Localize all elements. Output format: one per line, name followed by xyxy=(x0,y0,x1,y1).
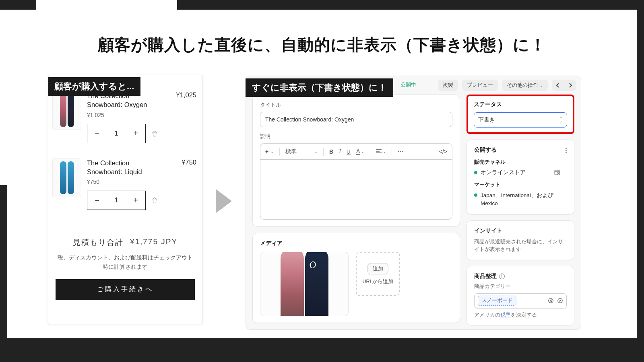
more-actions-button[interactable]: その他の操作⌄ xyxy=(502,80,548,91)
organize-card: 商品整理 i 商品カテゴリー スノーボード xyxy=(466,266,574,325)
media-add-button[interactable]: 追加 xyxy=(367,263,388,274)
cart-item-line-price: ¥750 xyxy=(168,158,196,210)
category-tag: スノーボード xyxy=(478,296,516,306)
qty-decrease-button[interactable]: − xyxy=(87,124,107,143)
ai-button[interactable]: ✦ ⌄ xyxy=(264,148,274,155)
tax-note: 税、ディスカウント、および配送料はチェックアウト時に計算されます xyxy=(56,253,195,272)
trash-icon[interactable] xyxy=(151,130,158,137)
status-badge-live: 公開中 xyxy=(400,81,416,88)
cart-item: The Collection Snowboard: Liquid ¥750 − … xyxy=(48,153,202,213)
description-label: 説明 xyxy=(260,133,452,140)
status-value: 下書き xyxy=(478,116,495,123)
arrow-icon xyxy=(216,189,232,213)
next-product-button[interactable] xyxy=(564,80,576,91)
product-thumb xyxy=(52,158,81,197)
status-label: ステータス xyxy=(474,101,567,108)
tax-note: アメリカの税率を決定する xyxy=(474,312,567,319)
cart-item-unit-price: ¥750 xyxy=(87,179,163,185)
cart-panel: The Collection Snowboard: Oxygen ¥1,025 … xyxy=(48,75,202,324)
chevron-down-icon: ⌄ xyxy=(540,83,543,88)
title-input[interactable] xyxy=(260,112,452,127)
duplicate-button[interactable]: 複製 xyxy=(438,80,458,91)
cart-item-unit-price: ¥1,025 xyxy=(87,112,163,118)
title-card: タイトル 説明 ✦ ⌄ 標準⌄ B I U A ⌄ ⌄ xyxy=(252,95,460,226)
media-add-url-link[interactable]: URLから追加 xyxy=(362,278,393,285)
category-label: 商品カテゴリー xyxy=(474,283,567,290)
description-editor[interactable] xyxy=(260,159,452,220)
insight-heading: インサイト xyxy=(474,227,567,234)
status-select[interactable]: 下書き ⌃⌄ xyxy=(474,112,567,128)
more-tools-button[interactable]: ⋯ xyxy=(398,148,403,155)
admin-panel: 公開中 複製 プレビュー その他の操作⌄ タイトル 説明 ✦ ⌄ xyxy=(246,76,581,330)
admin-badge: すぐに非表示（下書き状態）に！ xyxy=(246,78,393,97)
more-icon[interactable] xyxy=(566,148,567,153)
publish-card: 公開する 販売チャネル オンラインストア マーケット Japan、Interna… xyxy=(466,140,574,215)
quantity-stepper: − 1 + xyxy=(87,191,146,210)
status-card: ステータス 下書き ⌃⌄ xyxy=(466,95,574,134)
rte-toolbar: ✦ ⌄ 標準⌄ B I U A ⌄ ⌄ ⋯ </> xyxy=(260,143,452,159)
channel-name: オンラインストア xyxy=(481,169,526,176)
qty-decrease-button[interactable]: − xyxy=(87,191,107,210)
status-dot-icon xyxy=(474,171,477,174)
category-select[interactable]: スノーボード xyxy=(474,293,567,309)
estimate-amount: ¥1,775 JPY xyxy=(130,237,178,248)
prev-product-button[interactable] xyxy=(552,80,564,91)
select-caret-icon: ⌃⌄ xyxy=(559,117,563,122)
estimate-label: 見積もり合計 xyxy=(73,237,124,248)
info-icon[interactable]: i xyxy=(499,274,505,279)
product-thumb xyxy=(52,91,81,130)
svg-marker-0 xyxy=(216,189,232,213)
code-view-button[interactable]: </> xyxy=(439,148,447,155)
schedule-icon[interactable] xyxy=(554,169,560,175)
insight-text: 商品が最近販売された場合に、インサイトが表示されます xyxy=(474,238,567,253)
quantity-stepper: − 1 + xyxy=(87,124,146,143)
qty-increase-button[interactable]: + xyxy=(126,124,145,143)
media-thumbnail[interactable]: O xyxy=(260,252,349,316)
channels-label: 販売チャネル xyxy=(474,158,567,166)
text-color-button[interactable]: A ⌄ xyxy=(356,148,364,155)
media-label: メディア xyxy=(260,240,452,247)
qty-value: 1 xyxy=(107,124,126,143)
media-card: メディア O 追加 URLから追加 xyxy=(252,233,460,323)
bold-button[interactable]: B xyxy=(329,148,333,155)
markets-label: マーケット xyxy=(474,181,567,188)
insight-card: インサイト 商品が最近販売された場合に、インサイトが表示されます xyxy=(466,220,574,260)
cart-item-title: The Collection Snowboard: Liquid xyxy=(87,158,163,177)
preview-button[interactable]: プレビュー xyxy=(462,80,498,91)
underline-button[interactable]: U xyxy=(347,148,351,155)
svg-point-4 xyxy=(558,298,562,303)
publish-heading: 公開する xyxy=(474,146,497,154)
align-button[interactable]: ⌄ xyxy=(376,149,386,154)
title-label: タイトル xyxy=(260,101,452,109)
cart-item-line-price: ¥1,025 xyxy=(168,91,196,143)
cart-badge: 顧客が購入すると... xyxy=(48,77,140,96)
clear-icon[interactable] xyxy=(548,298,554,304)
qty-increase-button[interactable]: + xyxy=(126,191,145,210)
tax-rate-link[interactable]: 税率 xyxy=(500,312,511,318)
media-add-zone[interactable]: 追加 URLから追加 xyxy=(356,252,400,296)
organize-heading: 商品整理 xyxy=(474,273,497,280)
paragraph-style-select[interactable]: 標準⌄ xyxy=(285,148,318,155)
slide-title: 顧客が購入した直後に、自動的に非表示（下書き状態）に！ xyxy=(0,34,644,56)
status-dot-icon xyxy=(474,193,477,197)
markets-value: Japan、International、およびMexico xyxy=(481,191,567,208)
qty-value: 1 xyxy=(107,191,126,210)
italic-button[interactable]: I xyxy=(339,148,341,155)
check-icon[interactable] xyxy=(557,298,563,304)
trash-icon[interactable] xyxy=(151,197,158,204)
checkout-button[interactable]: ご購入手続きへ xyxy=(56,279,195,300)
